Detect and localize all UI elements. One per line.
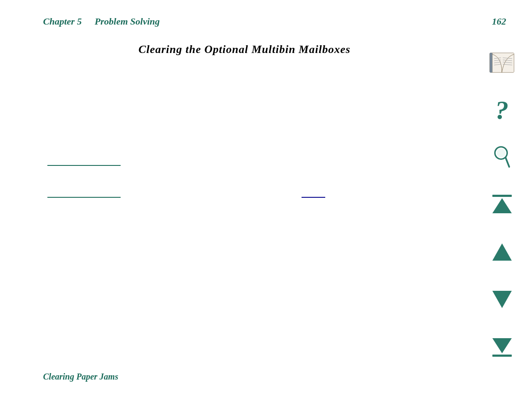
section-label: Problem Solving: [95, 16, 160, 27]
svg-rect-14: [492, 195, 512, 197]
navigation-sidebar: ?: [485, 47, 519, 362]
svg-marker-17: [492, 291, 512, 308]
header-left: Chapter 5 Problem Solving: [43, 16, 160, 27]
svg-marker-15: [492, 198, 512, 213]
question-mark: ?: [495, 97, 509, 123]
last-page-icon[interactable]: [487, 332, 517, 362]
svg-point-12: [496, 148, 505, 157]
svg-marker-16: [492, 243, 512, 261]
svg-line-13: [505, 157, 509, 167]
page-title: Clearing the Optional Multibin Mailboxes: [43, 43, 446, 56]
divider-line-3: [302, 197, 325, 198]
book-icon[interactable]: [487, 47, 517, 78]
first-page-icon[interactable]: [487, 190, 517, 220]
page-header: Chapter 5 Problem Solving 162: [0, 16, 532, 27]
svg-marker-18: [492, 338, 512, 353]
search-icon[interactable]: [487, 142, 517, 172]
chapter-label: Chapter 5: [43, 16, 82, 27]
page-number: 162: [492, 16, 506, 27]
next-page-icon[interactable]: [487, 284, 517, 314]
svg-rect-19: [492, 355, 512, 357]
footer-link[interactable]: Clearing Paper Jams: [43, 372, 118, 382]
prev-page-icon[interactable]: [487, 237, 517, 267]
divider-line-1: [47, 165, 121, 166]
svg-rect-1: [490, 53, 492, 72]
divider-line-2: [47, 197, 121, 198]
help-icon[interactable]: ?: [487, 95, 517, 125]
